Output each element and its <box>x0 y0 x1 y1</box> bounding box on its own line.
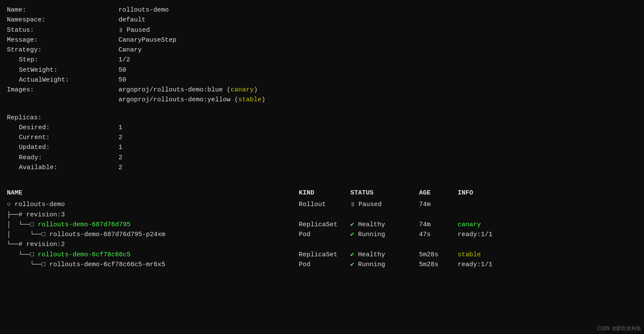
row-status: ॥ Paused <box>350 200 419 210</box>
row-status: ✔ Running <box>350 230 419 240</box>
meta-images-row2: argoproj/rollouts-demo:yellow ( stable ) <box>7 95 637 105</box>
table-row: └──# revision:2 <box>7 240 637 249</box>
table-row: │ └──□ rollouts-demo-687d76d795 ReplicaS… <box>7 220 637 230</box>
meta-status-value: Paused <box>127 25 150 35</box>
row-name: ○ rollouts-demo <box>7 200 299 210</box>
col-header-kind: KIND <box>299 188 350 198</box>
meta-namespace-row: Namespace: default <box>7 15 637 25</box>
meta-namespace-label: Namespace: <box>7 15 118 25</box>
row-name: ├──# revision:3 <box>7 210 299 220</box>
row-name: │ └──□ rollouts-demo-687d76d795 <box>7 220 299 230</box>
row-info: stable <box>458 250 544 260</box>
meta-status-symbol: ॥ <box>118 25 127 35</box>
meta-status-label: Status: <box>7 25 118 35</box>
meta-desired-value: 1 <box>118 123 122 133</box>
meta-message-label: Message: <box>7 35 118 45</box>
row-age: 74m <box>419 220 458 230</box>
row-status-text: Running <box>358 261 385 268</box>
row-status-text: Healthy <box>358 251 385 258</box>
row-kind: Rollout <box>299 200 350 210</box>
meta-strategy-value: Canary <box>118 45 142 55</box>
row-name: │ └──□ rollouts-demo-687d76d795-p24xm <box>7 230 299 240</box>
meta-images-label: Images: <box>7 85 118 95</box>
meta-images-label2 <box>7 95 118 105</box>
meta-desired-row: Desired: 1 <box>7 123 637 133</box>
meta-name-label: Name: <box>7 5 118 15</box>
meta-replicas-label: Replicas: <box>7 113 118 123</box>
table-header: NAME KIND STATUS AGE INFO <box>7 188 637 200</box>
meta-image2-prefix: argoproj/rollouts-demo:yellow <box>118 95 231 105</box>
meta-status-row: Status: ॥ Paused <box>7 25 637 35</box>
col-header-age: AGE <box>419 188 458 198</box>
table-section: NAME KIND STATUS AGE INFO ○ rollouts-dem… <box>7 188 637 270</box>
meta-image2-tag: stable <box>238 95 261 105</box>
meta-strategy-label: Strategy: <box>7 45 118 55</box>
row-status-text: Healthy <box>358 221 385 228</box>
row-status-text: Paused <box>358 201 382 208</box>
row-info: canary <box>458 220 544 230</box>
row-name: └──□ rollouts-demo-6cf78c66c5-mr6x5 <box>7 260 299 270</box>
row-status: ✔ Running <box>350 260 419 270</box>
tree-branch: ├──# revision:3 <box>7 211 65 219</box>
tree-branch: └──□ rollouts-demo-6cf78c66c5-mr6x5 <box>7 261 165 268</box>
table-row: └──□ rollouts-demo-6cf78c66c5 ReplicaSet… <box>7 250 637 260</box>
row-status: ✔ Healthy <box>350 220 419 230</box>
check-icon: ✔ <box>350 261 358 268</box>
pause-icon: ॥ <box>350 201 358 208</box>
meta-actualweight-value: 50 <box>118 75 126 85</box>
col-header-info: INFO <box>458 188 544 198</box>
meta-ready-value: 2 <box>118 153 122 163</box>
meta-updated-value: 1 <box>118 143 122 152</box>
col-header-status: STATUS <box>350 188 419 198</box>
meta-current-row: Current: 2 <box>7 133 637 143</box>
row-status-text: Running <box>358 231 385 238</box>
col-header-name: NAME <box>7 188 299 198</box>
meta-name-row: Name: rollouts-demo <box>7 5 637 15</box>
check-icon: ✔ <box>350 221 358 228</box>
tree-branch: └──□ <box>7 251 38 258</box>
meta-actualweight-row: ActualWeight: 50 <box>7 75 637 85</box>
row-age: 5m28s <box>419 250 458 260</box>
meta-step-label: Step: <box>7 55 118 65</box>
meta-message-row: Message: CanaryPauseStep <box>7 35 637 45</box>
meta-available-row: Available: 2 <box>7 163 637 173</box>
meta-ready-label: Ready: <box>7 153 118 163</box>
meta-available-value: 2 <box>118 163 122 173</box>
meta-step-row: Step: 1/2 <box>7 55 637 65</box>
check-icon: ✔ <box>350 231 358 238</box>
table-row: │ └──□ rollouts-demo-687d76d795-p24xm Po… <box>7 230 637 240</box>
table-row: └──□ rollouts-demo-6cf78c66c5-mr6x5 Pod … <box>7 260 637 270</box>
tree-branch: │ └──□ <box>7 221 38 228</box>
meta-setweight-value: 50 <box>118 65 126 75</box>
table-row: ○ rollouts-demo Rollout ॥ Paused 74m <box>7 200 637 210</box>
meta-current-value: 2 <box>118 133 122 143</box>
meta-updated-label: Updated: <box>7 143 118 152</box>
row-kind: ReplicaSet <box>299 250 350 260</box>
row-info: ready:1/1 <box>458 260 544 270</box>
meta-ready-row: Ready: 2 <box>7 153 637 163</box>
row-name-text: rollouts-demo-687d76d795 <box>38 221 131 228</box>
row-status: ✔ Healthy <box>350 250 419 260</box>
meta-desired-label: Desired: <box>7 123 118 133</box>
tree-branch: └──# revision:2 <box>7 241 65 248</box>
meta-section: Name: rollouts-demo Namespace: default S… <box>7 5 637 173</box>
row-age: 74m <box>419 200 458 210</box>
meta-actualweight-label: ActualWeight: <box>7 75 118 85</box>
row-kind: Pod <box>299 260 350 270</box>
meta-message-value: CanaryPauseStep <box>118 35 176 45</box>
row-info: ready:1/1 <box>458 230 544 240</box>
row-age: 47s <box>419 230 458 240</box>
table-row: ├──# revision:3 <box>7 210 637 220</box>
meta-current-label: Current: <box>7 133 118 143</box>
row-name: └──# revision:2 <box>7 240 299 249</box>
meta-namespace-value: default <box>118 15 146 25</box>
meta-image1-prefix: argoproj/rollouts-demo:blue <box>118 85 223 95</box>
meta-available-label: Available: <box>7 163 118 173</box>
row-name: └──□ rollouts-demo-6cf78c66c5 <box>7 250 299 260</box>
meta-setweight-row: SetWeight: 50 <box>7 65 637 75</box>
meta-name-value: rollouts-demo <box>118 5 169 15</box>
meta-strategy-row: Strategy: Canary <box>7 45 637 55</box>
meta-images-row1: Images: argoproj/rollouts-demo:blue ( ca… <box>7 85 637 95</box>
row-name-text: rollouts-demo-6cf78c66c5 <box>38 251 131 258</box>
row-name-text: rollouts-demo <box>15 201 65 208</box>
